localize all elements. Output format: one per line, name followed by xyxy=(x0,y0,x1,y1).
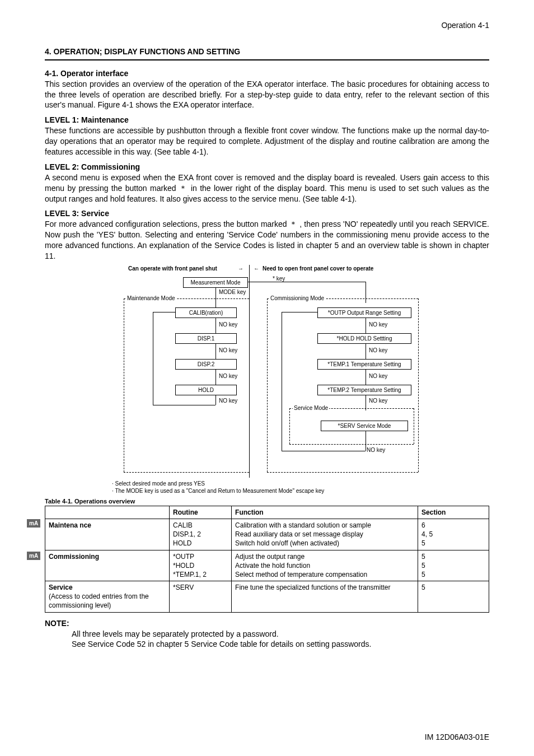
dashed-serv-right xyxy=(414,408,414,444)
th-routine: Routine xyxy=(170,506,232,519)
line xyxy=(366,369,366,385)
cell-section-0: 6 4, 5 5 xyxy=(418,519,489,550)
box-serv: *SERV Service Mode xyxy=(321,421,408,432)
label-no-key-2: NO key xyxy=(219,347,237,354)
note-line-2: See Service Code 52 in chapter 5 Service… xyxy=(72,639,489,650)
right-panel-label: Need to open front panel cover to operat… xyxy=(263,265,373,273)
table-row: Maintena nce CALIB DISP.1, 2 HOLD Calibr… xyxy=(45,519,489,550)
line xyxy=(216,395,216,405)
line xyxy=(366,318,366,333)
label-service-mode: Service Mode xyxy=(293,404,329,412)
box-disp2: DISP.2 xyxy=(175,359,237,370)
badge-ma-1: mA xyxy=(27,519,40,528)
line xyxy=(216,369,216,385)
line xyxy=(282,451,366,451)
para-level-2: A second menu is exposed when the EXA fr… xyxy=(45,172,489,204)
line xyxy=(216,318,216,333)
page-header: Operation 4-1 xyxy=(45,20,489,31)
line xyxy=(248,282,270,282)
label-no-key-3: NO key xyxy=(219,372,237,380)
box-temp2: *TEMP.2 Temperature Setting xyxy=(317,385,411,396)
line xyxy=(270,282,366,282)
label-mode-key: MODE key xyxy=(219,288,246,296)
dashed-comm-bottom xyxy=(267,472,418,473)
label-no-key-r3: NO key xyxy=(369,372,387,380)
note-heading: NOTE: xyxy=(45,618,489,629)
cell-section-2: 5 xyxy=(418,581,489,613)
box-temp1: *TEMP.1 Temperature Setting xyxy=(317,359,411,370)
dashed-serv-left xyxy=(289,408,290,444)
diagram-footnote-1: · Select desired mode and press YES xyxy=(112,480,489,488)
label-no-key-r4: NO key xyxy=(369,397,387,405)
th-function: Function xyxy=(232,506,418,519)
para-level-3: For more advanced configuration selectio… xyxy=(45,219,489,262)
cell-routine-0: CALIB DISP.1, 2 HOLD xyxy=(170,519,232,550)
cell-function-2: Fine tune the specialized functions of t… xyxy=(232,581,418,613)
heading-level-1: LEVEL 1: Maintenance xyxy=(45,115,489,125)
diagram-footnote-2: · The MODE key is used as a "Cancel and … xyxy=(112,487,489,495)
label-no-key-1: NO key xyxy=(219,321,237,329)
table-caption: Table 4-1. Operations overview xyxy=(45,497,489,506)
cell-function-1: Adjust the output range Activate the hol… xyxy=(232,550,418,581)
note-line-1: All three levels may be separately prote… xyxy=(72,629,489,640)
section-title: 4. OPERATION; DISPLAY FUNCTIONS AND SETT… xyxy=(45,46,489,60)
cell-function-0: Calibration with a standard solution or … xyxy=(232,519,418,550)
dashed-maint-left xyxy=(124,298,124,472)
line xyxy=(216,287,216,297)
line xyxy=(366,343,366,359)
para-level-1: These functions are accessible by pushbu… xyxy=(45,125,489,157)
line xyxy=(282,312,282,451)
cell-section-1: 5 5 5 xyxy=(418,550,489,581)
arrow-left-icon: ← xyxy=(254,265,259,273)
box-disp1: DISP.1 xyxy=(175,333,237,344)
heading-level-2: LEVEL 2: Commissioning xyxy=(45,162,489,172)
line xyxy=(366,282,366,303)
page-footer: IM 12D06A03-01E xyxy=(425,732,489,743)
line xyxy=(216,297,216,307)
para-4-1: This section provides an overview of the… xyxy=(45,79,489,111)
arrow-right-icon: → xyxy=(238,265,243,273)
box-measurement-mode: Measurement Mode xyxy=(183,277,248,288)
line xyxy=(153,405,216,405)
label-no-key-serv: NO key xyxy=(367,446,385,454)
left-panel-label: Can operate with front panel shut xyxy=(128,265,217,273)
dashed-serv-bottom xyxy=(289,444,414,445)
dashed-maint-bottom xyxy=(124,472,249,473)
line xyxy=(282,312,317,312)
line xyxy=(366,431,366,451)
label-commissioning-mode: Commissioning Mode xyxy=(269,295,325,302)
heading-4-1: 4-1. Operator interface xyxy=(45,68,489,79)
label-no-key-4: NO key xyxy=(219,397,237,405)
th-section: Section xyxy=(418,506,489,519)
heading-level-3: LEVEL 3: Service xyxy=(45,208,489,219)
box-hold: HOLD xyxy=(175,385,237,396)
dashed-comm-right xyxy=(418,298,419,472)
label-no-key-r2: NO key xyxy=(369,347,387,354)
cell-level-2-detail: (Access to coded entries from the commis… xyxy=(49,592,149,609)
mode-flow-diagram: Can operate with front panel shut → ← Ne… xyxy=(99,265,435,478)
dashed-comm-left xyxy=(267,298,268,472)
table-header-row: Routine Function Section xyxy=(45,506,489,519)
th-level xyxy=(45,506,170,519)
table-row: Service(Access to coded entries from the… xyxy=(45,581,489,613)
label-no-key-r1: NO key xyxy=(369,321,387,329)
badge-ma-2: mA xyxy=(27,552,40,561)
line xyxy=(153,312,175,312)
cell-level-0: Maintena nce xyxy=(49,521,91,529)
box-hold-setting: *HOLD HOLD Settting xyxy=(317,333,411,344)
box-outp: *OUTP Output Range Setting xyxy=(317,307,411,319)
label-maintenance-mode: Maintenande Mode xyxy=(126,295,176,302)
operations-overview-table: Routine Function Section Maintena nce CA… xyxy=(45,506,489,613)
cell-level-1: Commissioning xyxy=(49,553,99,561)
line xyxy=(153,312,153,405)
line xyxy=(216,343,216,359)
cell-routine-2: *SERV xyxy=(170,581,232,613)
cell-routine-1: *OUTP *HOLD *TEMP.1, 2 xyxy=(170,550,232,581)
box-calib: CALIB(ration) xyxy=(175,307,237,319)
dashed-maint-right xyxy=(249,298,250,472)
table-row: Commissioning *OUTP *HOLD *TEMP.1, 2 Adj… xyxy=(45,550,489,581)
